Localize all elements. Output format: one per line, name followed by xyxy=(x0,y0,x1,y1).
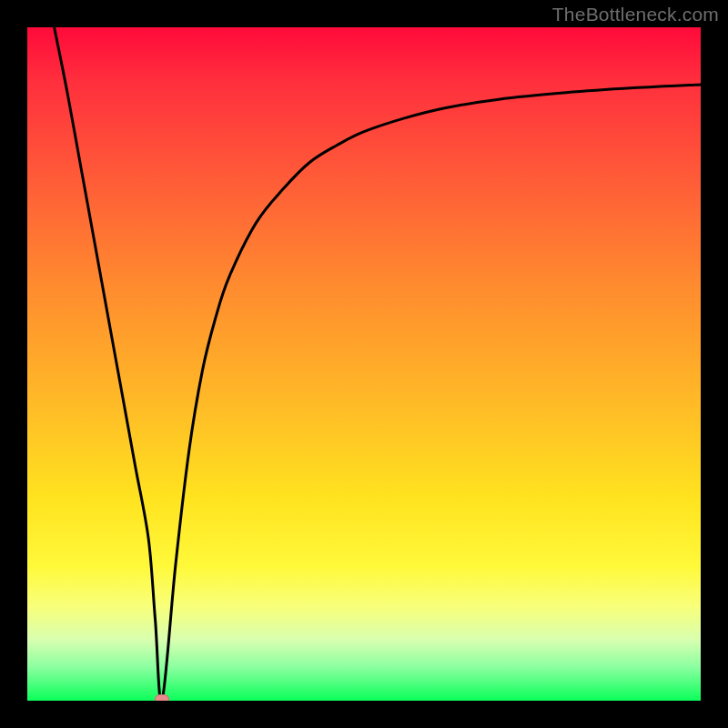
bottleneck-curve-svg xyxy=(27,27,701,701)
min-point-marker xyxy=(155,694,169,701)
chart-frame: TheBottleneck.com xyxy=(0,0,728,728)
watermark-text: TheBottleneck.com xyxy=(552,4,719,25)
plot-area xyxy=(27,27,701,701)
bottleneck-curve-path xyxy=(55,27,701,701)
